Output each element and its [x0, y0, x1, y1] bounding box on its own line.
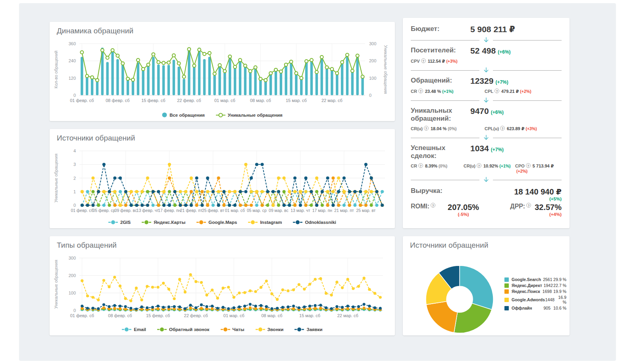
legend-item-Odnoklassniki[interactable]: Odnoklassniki	[293, 220, 336, 225]
svg-text:05 февр. ср: 05 февр. ср	[92, 208, 115, 213]
svg-text:360: 360	[69, 41, 76, 46]
kpi-deals-value: 1034(+7%)	[470, 144, 504, 153]
svg-text:01 февр. сб: 01 февр. сб	[71, 208, 93, 213]
kpi-visitors-value: 52 498(+6%)	[470, 46, 511, 55]
metric-CPO: CPO?5 713.94 ₽(+2%)	[515, 163, 560, 173]
legend-item-Чаты[interactable]: Чаты	[221, 327, 244, 332]
card-types: Типы обращений 010020030001 февр. сб08 ф…	[50, 236, 395, 335]
legend-item-Уникальные обращения[interactable]: Уникальные обращения	[216, 112, 283, 117]
pie-slice-Google.Search[interactable]	[460, 266, 493, 310]
help-icon[interactable]: ?	[500, 126, 505, 131]
kpi-deals-delta: (+7%)	[491, 147, 504, 152]
legend-item-Заявки[interactable]: Заявки	[294, 327, 322, 332]
bars-Все обращения[interactable]	[81, 48, 364, 95]
svg-text:08 февр. сб: 08 февр. сб	[108, 313, 132, 318]
help-icon[interactable]: ?	[526, 203, 531, 208]
kpi-drr-label: ДРР:	[510, 203, 525, 210]
pie-legend-item-Яндекс.Поиск[interactable]: Яндекс.Поиск169819.9 %	[504, 289, 566, 294]
help-icon[interactable]: ?	[495, 89, 499, 93]
legend-item-Email[interactable]: Email	[122, 327, 146, 332]
svg-text:13 февр. чт: 13 февр. чт	[137, 208, 159, 213]
legend-swatch	[504, 277, 509, 282]
metric-CR(u): CR(u)?10.92%(+1%)	[464, 163, 515, 173]
down-arrow-icon	[483, 97, 489, 104]
kpi-romi-delta: (-5%)	[448, 212, 479, 217]
legend-item-Звонки[interactable]: Звонки	[256, 327, 284, 332]
help-icon[interactable]: ?	[424, 126, 429, 131]
svg-text:240: 240	[69, 58, 76, 63]
legend-item-Instagram[interactable]: Instagram	[248, 220, 282, 225]
svg-text:22 февр. сб: 22 февр. сб	[184, 313, 208, 318]
kpi-romi-value: 207.05%	[448, 203, 479, 212]
legend-item-2GIS[interactable]: 2GIS	[108, 220, 131, 225]
pie-legend-item-Google.Search[interactable]: Google.Search256129.9 %	[504, 277, 566, 282]
kpi-requests-metrics: CR?23.48 %(+1%)CPL?479.21 ₽(+2%)	[411, 89, 562, 94]
series-Звонки[interactable]	[81, 273, 382, 302]
svg-text:15 февр. сб: 15 февр. сб	[141, 98, 165, 103]
help-icon[interactable]: ?	[477, 163, 481, 168]
svg-text:05 мар. ср: 05 мар. ср	[247, 208, 267, 213]
svg-text:01 мар. сб: 01 мар. сб	[225, 208, 245, 213]
sources-chart[interactable]: 0123401 февр. сб05 февр. ср09 февр. вс13…	[50, 145, 395, 217]
svg-text:25 февр. вт: 25 февр. вт	[202, 208, 224, 213]
legend-item-Яндекс.Карты[interactable]: Яндекс.Карты	[142, 220, 185, 225]
svg-text:0: 0	[73, 203, 76, 208]
legend-item-Все обращения[interactable]: Все обращения	[162, 112, 205, 117]
svg-text:17 мар. пн: 17 мар. пн	[312, 208, 333, 213]
help-icon[interactable]: ?	[418, 89, 423, 93]
kpi-visitors-metrics: CPV?112.54 ₽(+3%)	[411, 58, 562, 64]
funnel-divider	[411, 67, 562, 73]
legend-swatch	[504, 306, 509, 310]
down-arrow-icon	[483, 67, 489, 73]
card-title-types: Типы обращений	[57, 241, 117, 250]
pie-slice-Яндекс.Директ[interactable]	[454, 303, 492, 333]
pie-legend-item-Google.Adwords[interactable]: Google.Adwords144816.9 %	[504, 295, 566, 304]
help-icon[interactable]: ?	[418, 163, 423, 168]
metric-CR(u): CR(u)?18.04 %(0%)	[411, 126, 485, 131]
svg-text:21 февр. пт: 21 февр. пт	[180, 208, 202, 213]
help-icon[interactable]: ?	[431, 203, 435, 208]
svg-text:15 мар. сб: 15 мар. сб	[299, 313, 320, 318]
svg-text:200: 200	[369, 58, 376, 63]
kpi-requests-label: Обращений:	[411, 77, 470, 85]
help-icon[interactable]: ?	[421, 58, 426, 63]
svg-text:0: 0	[73, 308, 76, 313]
svg-text:22 февр. сб: 22 февр. сб	[177, 98, 201, 103]
kpi-revenue: Выручка: 18 140 940 ₽ (+5%)	[411, 187, 562, 201]
pie-legend-item-Оффлайн[interactable]: Оффлайн90510.6 %	[504, 306, 566, 310]
metric-CPL(u): CPL(u)?623.89 ₽(+3%)	[485, 126, 558, 131]
down-arrow-icon	[483, 37, 489, 43]
funnel-divider	[411, 177, 562, 183]
kpi-budget-label: Бюджет:	[411, 25, 470, 33]
svg-text:13 мар. чт: 13 мар. чт	[291, 208, 310, 213]
types-chart[interactable]: 010020030001 февр. сб08 февр. сб15 февр.…	[50, 252, 395, 324]
kpi-visitors-label: Посетителей:	[411, 46, 470, 54]
card-sources: Источники обращений 0123401 февр. сб05 ф…	[50, 129, 395, 228]
card-kpi-funnel: Бюджет: 5 908 211 ₽ Посетителей: 52 498(…	[403, 18, 570, 228]
types-legend: EmailОбратный звонокЧатыЗвонкиЗаявки	[50, 327, 395, 332]
series-Odnoklassniki[interactable]	[81, 163, 384, 207]
kpi-deals: Успешных сделок: 1034(+7%)	[411, 144, 562, 160]
legend-swatch	[504, 283, 509, 288]
series-Instagram[interactable]	[81, 163, 384, 207]
svg-text:Уникальные обращения: Уникальные обращения	[54, 154, 58, 202]
svg-text:25 мар. вт: 25 мар. вт	[356, 208, 375, 213]
legend-swatch	[504, 289, 509, 294]
metric-CR: CR?23.48 %(+1%)	[411, 89, 485, 94]
svg-text:0: 0	[369, 93, 371, 98]
svg-text:15 мар. сб: 15 мар. сб	[286, 98, 307, 103]
svg-text:2: 2	[73, 176, 76, 181]
card-dynamics: Динамика обращений 012024036001002003000…	[50, 22, 395, 121]
funnel-divider	[411, 135, 562, 141]
dynamics-chart[interactable]: 0120240360010020030001 февр. сб08 февр. …	[50, 38, 395, 109]
kpi-revenue-delta: (+5%)	[514, 196, 562, 201]
legend-item-Обратный звонок[interactable]: Обратный звонок	[157, 327, 210, 332]
svg-text:100: 100	[69, 291, 76, 295]
kpi-budget: Бюджет: 5 908 211 ₽	[411, 25, 562, 34]
kpi-revenue-value: 18 140 940 ₽	[514, 187, 562, 196]
pie-slice-Яндекс.Поиск[interactable]	[426, 301, 458, 333]
legend-item-Google.Maps[interactable]: Google.Maps	[196, 220, 237, 225]
svg-text:08 февр. сб: 08 февр. сб	[106, 98, 129, 103]
help-icon[interactable]: ?	[526, 163, 531, 168]
pie-legend-item-Яндекс.Директ[interactable]: Яндекс.Директ194222.7 %	[504, 283, 566, 288]
